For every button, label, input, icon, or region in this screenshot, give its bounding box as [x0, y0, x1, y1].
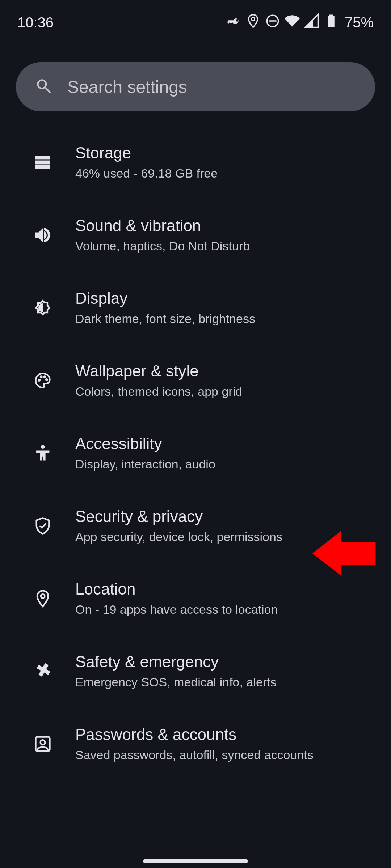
settings-item-title: Display [75, 289, 255, 307]
settings-item-sub: Colors, themed icons, app grid [75, 384, 242, 399]
palette-icon [32, 371, 54, 390]
settings-item-title: Security & privacy [75, 507, 282, 526]
settings-item-sub: 46% used - 69.18 GB free [75, 166, 218, 180]
settings-item-sound[interactable]: Sound & vibration Volume, haptics, Do No… [0, 199, 391, 271]
settings-item-sub: Emergency SOS, medical info, alerts [75, 675, 277, 689]
dnd-icon [265, 13, 280, 32]
settings-item-sub: Display, interaction, audio [75, 457, 215, 471]
settings-item-sub: Saved passwords, autofill, synced accoun… [75, 748, 314, 762]
battery-percentage: 75% [345, 14, 374, 31]
wifi-icon [285, 13, 300, 32]
account-box-icon [32, 735, 54, 753]
location-pin-icon [32, 589, 54, 608]
search-placeholder: Search settings [67, 77, 187, 97]
accessibility-icon [32, 444, 54, 463]
settings-item-sub: Volume, haptics, Do Not Disturb [75, 239, 250, 253]
status-time: 10:36 [17, 14, 54, 31]
svg-point-7 [37, 161, 39, 163]
svg-point-16 [41, 740, 45, 745]
search-icon [35, 77, 53, 97]
svg-point-10 [40, 376, 42, 378]
svg-point-12 [46, 379, 48, 381]
settings-item-title: Accessibility [75, 435, 215, 453]
location-pin-icon [245, 13, 261, 32]
settings-item-display[interactable]: Display Dark theme, font size, brightnes… [0, 271, 391, 344]
settings-item-passwords[interactable]: Passwords & accounts Saved passwords, au… [0, 707, 391, 780]
settings-item-storage[interactable]: Storage 46% used - 69.18 GB free [0, 126, 391, 199]
svg-rect-2 [329, 19, 333, 26]
settings-item-title: Sound & vibration [75, 217, 250, 235]
battery-icon [324, 13, 339, 32]
status-bar: 10:36 75% [0, 0, 391, 36]
svg-point-9 [38, 379, 40, 381]
svg-point-14 [41, 594, 45, 598]
search-settings-bar[interactable]: Search settings [16, 62, 375, 111]
settings-item-sub: Dark theme, font size, brightness [75, 312, 255, 326]
settings-list: Storage 46% used - 69.18 GB free Sound &… [0, 126, 391, 780]
medical-cross-icon [32, 662, 54, 681]
svg-point-13 [41, 445, 45, 448]
settings-item-safety[interactable]: Safety & emergency Emergency SOS, medica… [0, 635, 391, 707]
vpn-key-icon [226, 13, 241, 32]
settings-item-sub: App security, device lock, permissions [75, 530, 282, 544]
settings-item-sub: On - 19 apps have access to location [75, 603, 278, 617]
status-right: 75% [226, 13, 374, 32]
settings-item-accessibility[interactable]: Accessibility Display, interaction, audi… [0, 417, 391, 489]
svg-point-6 [37, 157, 39, 158]
svg-point-11 [44, 376, 46, 378]
settings-item-title: Location [75, 580, 278, 598]
shield-check-icon [32, 516, 54, 535]
settings-item-location[interactable]: Location On - 19 apps have access to loc… [0, 562, 391, 635]
cell-signal-icon [304, 13, 319, 32]
svg-point-8 [37, 166, 39, 167]
volume-icon [32, 226, 54, 244]
settings-item-title: Safety & emergency [75, 653, 277, 671]
storage-icon [32, 153, 54, 172]
gesture-nav-bar[interactable] [143, 859, 248, 863]
settings-item-wallpaper[interactable]: Wallpaper & style Colors, themed icons, … [0, 344, 391, 417]
settings-item-security[interactable]: Security & privacy App security, device … [0, 489, 391, 562]
settings-item-title: Wallpaper & style [75, 362, 242, 380]
settings-item-title: Storage [75, 144, 218, 162]
settings-item-title: Passwords & accounts [75, 726, 314, 744]
brightness-icon [32, 298, 54, 317]
